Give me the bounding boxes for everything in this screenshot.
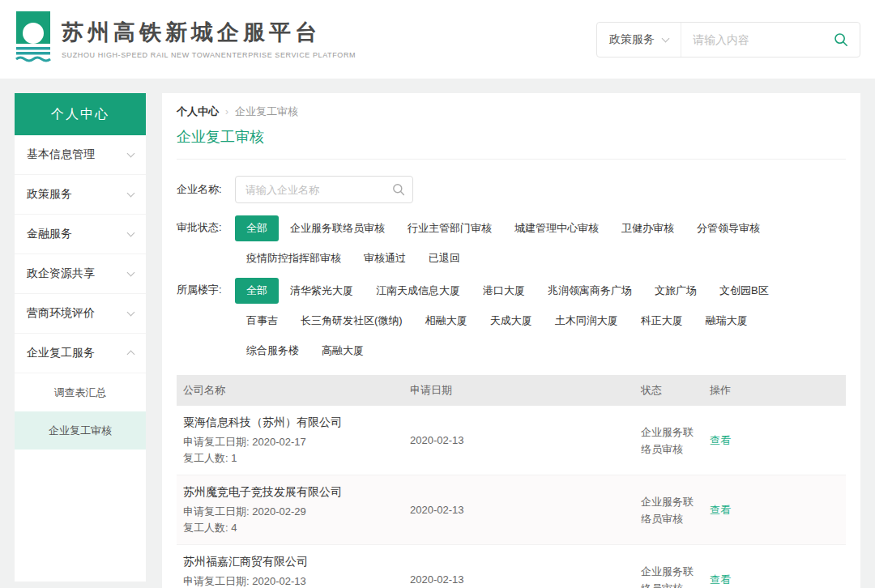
app-header: 苏州高铁新城企服平台 SUZHOU HIGH-SPEED RAIL NEW TO… (0, 0, 875, 79)
resume-date: 2020-02-13 (252, 575, 306, 587)
building-filter-row: 所属楼宇: 全部 清华紫光大厦 江南天成信息大厦 港口大厦 兆润领寓商务广场 文… (177, 278, 846, 364)
breadcrumb-root[interactable]: 个人中心 (177, 104, 219, 119)
sidebar-item-financial-services[interactable]: 金融服务 (15, 215, 146, 254)
breadcrumb-current: 企业复工审核 (235, 104, 298, 119)
status-option[interactable]: 卫健办审核 (610, 215, 685, 241)
apply-date: 2020-02-13 (403, 434, 634, 446)
building-option[interactable]: 天成大厦 (479, 308, 544, 334)
building-options: 全部 清华紫光大厦 江南天成信息大厦 港口大厦 兆润领寓商务广场 文旅广场 文创… (235, 278, 780, 364)
sidebar-item-label: 政企资源共享 (27, 266, 95, 281)
logo-sun-wave-icon (15, 11, 52, 66)
company-name-filter-row: 企业名称: (177, 176, 846, 203)
sidebar-item-label: 企业复工服务 (27, 346, 95, 360)
main-panel: 个人中心 › 企业复工审核 企业复工审核 企业名称: 审批状态: 全部 企业服务… (162, 93, 860, 588)
chevron-down-icon (127, 269, 135, 277)
people-count-label: 复工人数: (183, 522, 228, 534)
building-option[interactable]: 兆润领寓商务广场 (536, 278, 643, 304)
chevron-down-icon (127, 309, 135, 317)
building-option[interactable]: 百事吉 (235, 308, 289, 334)
status-option[interactable]: 疫情防控指挥部审核 (235, 245, 352, 271)
view-link[interactable]: 查看 (710, 504, 731, 516)
view-link[interactable]: 查看 (710, 434, 731, 446)
table-row: 苏州福嘉汇商贸有限公司 申请复工日期: 2020-02-13 复工人数: 1 2… (177, 545, 846, 588)
status-text: 企业服务联络员审核 (634, 563, 699, 588)
header-search-input[interactable] (681, 33, 830, 46)
chevron-down-icon (127, 190, 135, 198)
search-category-value: 政策服务 (609, 32, 655, 47)
approval-status-filter-row: 审批状态: 全部 企业服务联络员审核 行业主管部门审核 城建管理中心审核 卫健办… (177, 215, 846, 271)
breadcrumb: 个人中心 › 企业复工审核 (177, 104, 846, 119)
building-option-all[interactable]: 全部 (235, 278, 279, 304)
building-option[interactable]: 文旅广场 (643, 278, 708, 304)
company-search-wrap (235, 176, 413, 203)
building-option[interactable]: 相融大厦 (414, 308, 479, 334)
sidebar-subitem-label: 调查表汇总 (54, 386, 107, 400)
sidebar-item-gov-enterprise-resources[interactable]: 政企资源共享 (15, 254, 146, 294)
status-option[interactable]: 行业主管部门审核 (396, 215, 503, 241)
company-cell: 粟海信息科技（苏州）有限公司 申请复工日期: 2020-02-17 复工人数: … (177, 414, 403, 467)
table-row: 苏州魔竞电子竞技发展有限公司 申请复工日期: 2020-02-29 复工人数: … (177, 475, 846, 545)
company-name: 粟海信息科技（苏州）有限公司 (183, 414, 403, 430)
brand-text: 苏州高铁新城企服平台 SUZHOU HIGH-SPEED RAIL NEW TO… (62, 11, 356, 59)
resume-date-label: 申请复工日期: (183, 575, 250, 587)
status-option[interactable]: 已退回 (417, 245, 472, 271)
search-icon[interactable] (392, 183, 405, 198)
status-option[interactable]: 分管领导审核 (685, 215, 771, 241)
status-text: 企业服务联络员审核 (634, 493, 699, 527)
approval-status-options: 全部 企业服务联络员审核 行业主管部门审核 城建管理中心审核 卫健办审核 分管领… (235, 215, 771, 271)
sidebar-item-business-environment-evaluation[interactable]: 营商环境评价 (15, 294, 146, 334)
resume-date-label: 申请复工日期: (183, 436, 250, 448)
building-option[interactable]: 综合服务楼 (235, 338, 310, 364)
apply-date: 2020-02-13 (403, 504, 634, 516)
building-option[interactable]: 长三角研发社区(微纳) (289, 308, 414, 334)
sidebar-subitem-resumption-review[interactable]: 企业复工审核 (15, 411, 146, 450)
sidebar-item-enterprise-resumption-service[interactable]: 企业复工服务 (15, 334, 146, 373)
sidebar-subitem-survey-summary[interactable]: 调查表汇总 (15, 373, 146, 411)
building-option[interactable]: 科正大厦 (630, 308, 694, 334)
building-option[interactable]: 文创园B区 (708, 278, 780, 304)
header-search-group: 政策服务 (596, 22, 860, 58)
search-icon[interactable] (830, 32, 860, 47)
people-count: 1 (231, 452, 237, 464)
people-count: 4 (231, 522, 237, 534)
company-name: 苏州魔竞电子竞技发展有限公司 (183, 484, 403, 500)
approval-status-label: 审批状态: (177, 215, 235, 271)
chevron-up-icon (127, 351, 135, 359)
status-option[interactable]: 审核通过 (352, 245, 417, 271)
page-title: 企业复工审核 (177, 127, 846, 160)
company-search-input[interactable] (235, 176, 413, 203)
status-option-all[interactable]: 全部 (235, 215, 279, 241)
status-option[interactable]: 城建管理中心审核 (503, 215, 610, 241)
resume-date-label: 申请复工日期: (183, 505, 250, 518)
chevron-down-icon (127, 150, 135, 158)
company-name-label: 企业名称: (177, 182, 235, 197)
people-count-label: 复工人数: (183, 452, 228, 464)
chevron-down-icon (662, 35, 670, 43)
chevron-down-icon (127, 229, 135, 237)
building-option[interactable]: 土木同润大厦 (544, 308, 630, 334)
status-option[interactable]: 企业服务联络员审核 (279, 215, 396, 241)
building-option[interactable]: 港口大厦 (472, 278, 536, 304)
column-header-status: 状态 (634, 383, 703, 398)
sidebar-item-policy-services[interactable]: 政策服务 (15, 175, 146, 215)
apply-date: 2020-02-13 (403, 573, 634, 586)
sidebar-item-label: 基本信息管理 (27, 147, 95, 162)
resume-date: 2020-02-17 (252, 436, 306, 448)
status-text: 企业服务联络员审核 (634, 424, 699, 458)
brand: 苏州高铁新城企服平台 SUZHOU HIGH-SPEED RAIL NEW TO… (15, 11, 356, 66)
sidebar-title: 个人中心 (15, 93, 146, 135)
building-option[interactable]: 融瑞大厦 (694, 308, 759, 334)
search-category-select[interactable]: 政策服务 (597, 23, 681, 57)
column-header-action: 操作 (703, 383, 846, 398)
building-option[interactable]: 清华紫光大厦 (279, 278, 365, 304)
building-option[interactable]: 江南天成信息大厦 (365, 278, 472, 304)
company-cell: 苏州福嘉汇商贸有限公司 申请复工日期: 2020-02-13 复工人数: 1 (177, 553, 403, 588)
table-row: 粟海信息科技（苏州）有限公司 申请复工日期: 2020-02-17 复工人数: … (177, 406, 846, 475)
view-link[interactable]: 查看 (710, 573, 731, 586)
sidebar-item-label: 营商环境评价 (27, 306, 95, 321)
brand-title: 苏州高铁新城企服平台 (62, 18, 356, 47)
brand-subtitle: SUZHOU HIGH-SPEED RAIL NEW TOWANENTERPRI… (62, 51, 356, 59)
table-header-row: 公司名称 申请日期 状态 操作 (177, 375, 846, 406)
building-option[interactable]: 高融大厦 (310, 338, 375, 364)
sidebar-item-basic-info-management[interactable]: 基本信息管理 (15, 135, 146, 175)
